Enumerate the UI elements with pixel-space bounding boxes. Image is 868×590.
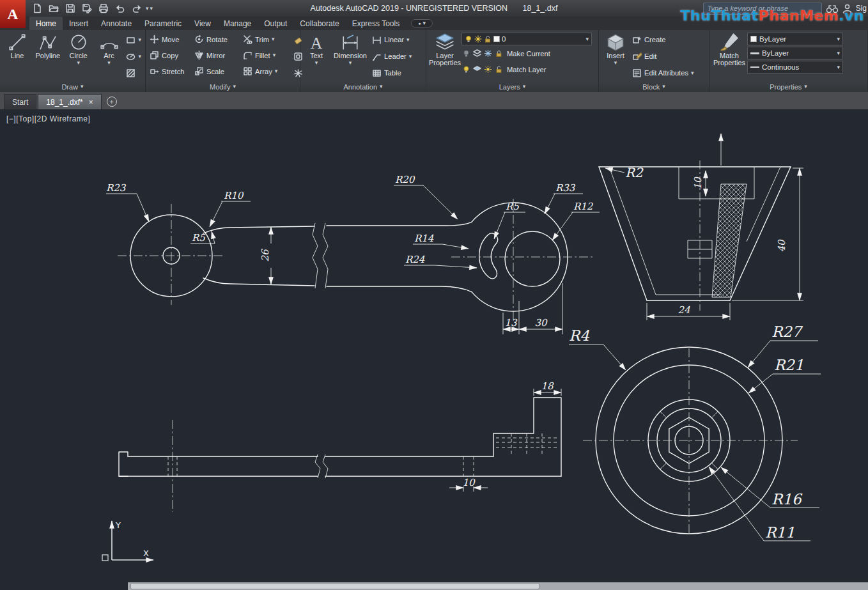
layer-isolate-button[interactable] bbox=[472, 49, 481, 58]
text-label: Text bbox=[310, 52, 323, 59]
help-search-input[interactable] bbox=[703, 3, 822, 15]
linetype-select[interactable]: Continuous ▾ bbox=[747, 61, 843, 74]
mirror-button[interactable]: Mirror bbox=[192, 47, 241, 63]
close-tab-icon[interactable]: × bbox=[89, 98, 93, 107]
draw-footer-caret: ▾ bbox=[81, 84, 84, 89]
dimension-button[interactable]: Dimension ▾ bbox=[330, 31, 370, 81]
ribbon-tab-view[interactable]: View bbox=[188, 17, 217, 30]
svg-text:A: A bbox=[311, 34, 323, 52]
layer-select[interactable]: 0 ▾ bbox=[461, 33, 592, 45]
circle-caret: ▾ bbox=[77, 60, 80, 66]
layer-row-2: Match Layer bbox=[461, 61, 596, 77]
text-button[interactable]: A Text ▾ bbox=[302, 31, 330, 81]
create-block-button[interactable]: Create bbox=[630, 32, 696, 48]
save-as-button[interactable] bbox=[79, 2, 95, 15]
line-button[interactable]: Line bbox=[2, 31, 33, 81]
copy-button[interactable]: Copy bbox=[148, 47, 192, 63]
arc-button[interactable]: Arc ▾ bbox=[94, 31, 125, 81]
qat-customize-caret[interactable]: ▾ bbox=[150, 6, 153, 12]
modify-footer-caret: ▾ bbox=[233, 84, 236, 89]
lineweight-select[interactable]: ByLayer ▾ bbox=[747, 47, 843, 59]
draw-panel-footer[interactable]: Draw ▾ bbox=[0, 81, 145, 92]
search-binoculars-icon[interactable] bbox=[826, 4, 839, 13]
redo-caret[interactable]: ▾ bbox=[146, 6, 149, 12]
block-panel-footer[interactable]: Block ▾ bbox=[599, 81, 709, 92]
polyline-button[interactable]: Polyline bbox=[33, 31, 63, 81]
ribbon-display-toggle[interactable]: ● ▾ bbox=[411, 19, 433, 27]
drawing-area[interactable]: [−][Top][2D Wireframe] bbox=[0, 109, 868, 582]
move-button[interactable]: Move bbox=[148, 31, 192, 47]
fillet-button[interactable]: Fillet ▾ bbox=[241, 47, 291, 63]
viewport-controls[interactable]: [−][Top][2D Wireframe] bbox=[6, 114, 90, 123]
dim-label-r24: R24 bbox=[405, 254, 425, 265]
circle-button[interactable]: Circle ▾ bbox=[63, 31, 94, 81]
annotation-panel-footer[interactable]: Annotation ▾ bbox=[300, 81, 426, 92]
file-tab-start[interactable]: Start bbox=[4, 94, 36, 109]
leader-caret: ▾ bbox=[409, 54, 412, 59]
ribbon-tab-home[interactable]: Home bbox=[29, 17, 63, 30]
properties-panel-footer[interactable]: Properties ▾ bbox=[709, 81, 867, 92]
layer-unisolate-button[interactable] bbox=[472, 65, 481, 74]
block-footer-caret: ▾ bbox=[662, 84, 665, 89]
side-view-bar[interactable] bbox=[119, 389, 561, 512]
rectangle-icon bbox=[126, 35, 136, 45]
dim-label-r16: R16 bbox=[771, 491, 803, 508]
edit-attributes-label: Edit Attributes bbox=[644, 69, 688, 77]
insert-button[interactable]: Insert ▾ bbox=[601, 31, 630, 81]
array-button[interactable]: Array ▾ bbox=[241, 63, 291, 79]
plot-button[interactable] bbox=[96, 2, 111, 15]
ellipse-button[interactable]: ▾ bbox=[124, 49, 143, 65]
ribbon-tab-parametric[interactable]: Parametric bbox=[138, 17, 188, 30]
hatch-button[interactable] bbox=[124, 65, 143, 81]
signin-label[interactable]: Sig bbox=[856, 4, 867, 13]
object-color-swatch bbox=[750, 36, 757, 42]
open-file-button[interactable] bbox=[46, 2, 61, 15]
linear-button[interactable]: Linear ▾ bbox=[370, 32, 414, 48]
ucs-icon[interactable]: Y X bbox=[102, 520, 153, 561]
scale-button[interactable]: Scale bbox=[192, 63, 241, 79]
text-tool-icon: A bbox=[307, 33, 326, 52]
layer-freeze-button[interactable] bbox=[483, 49, 492, 58]
edit-attributes-button[interactable]: Edit Attributes ▾ bbox=[630, 65, 696, 81]
layer-lock-button[interactable] bbox=[494, 49, 503, 58]
make-current-button[interactable]: Make Current bbox=[505, 49, 552, 59]
ribbon-tab-output[interactable]: Output bbox=[258, 17, 293, 30]
front-view-wrench[interactable] bbox=[106, 185, 600, 334]
ribbon-tab-collaborate[interactable]: Collaborate bbox=[293, 17, 345, 30]
layer-on-button[interactable] bbox=[461, 65, 470, 74]
table-button[interactable]: Table bbox=[370, 65, 414, 81]
match-properties-button[interactable]: Match Properties bbox=[711, 31, 747, 81]
rotate-button[interactable]: Rotate bbox=[192, 31, 241, 47]
undo-button[interactable] bbox=[112, 2, 128, 15]
trim-button[interactable]: Trim ▾ bbox=[241, 31, 291, 47]
ribbon-tab-annotate[interactable]: Annotate bbox=[95, 17, 138, 30]
layer-thaw-button[interactable] bbox=[483, 65, 492, 74]
layer-unlock-button[interactable] bbox=[494, 65, 503, 74]
horizontal-scrollbar[interactable] bbox=[128, 582, 868, 590]
redo-button[interactable] bbox=[129, 2, 144, 15]
ribbon-tab-express-tools[interactable]: Express Tools bbox=[346, 17, 406, 30]
rectangle-button[interactable]: ▾ bbox=[124, 32, 143, 48]
save-button[interactable] bbox=[63, 2, 78, 15]
layer-properties-button[interactable]: Layer Properties bbox=[428, 31, 461, 81]
redo-icon bbox=[132, 3, 142, 13]
horizontal-scrollbar-thumb[interactable] bbox=[130, 583, 539, 589]
match-layer-button[interactable]: Match Layer bbox=[505, 65, 548, 75]
stretch-button[interactable]: Stretch bbox=[148, 63, 192, 79]
modify-panel-footer[interactable]: Modify ▾ bbox=[146, 81, 300, 92]
edit-block-button[interactable]: Edit bbox=[630, 49, 696, 65]
layers-panel-footer[interactable]: Layers ▾ bbox=[426, 81, 598, 92]
ribbon-tab-insert[interactable]: Insert bbox=[63, 17, 95, 30]
new-file-button[interactable] bbox=[29, 2, 45, 15]
file-tab-document[interactable]: 18_1_.dxf* × bbox=[38, 94, 101, 109]
layer-off-button[interactable] bbox=[461, 49, 470, 58]
new-tab-button[interactable]: + bbox=[107, 97, 117, 107]
drawing-svg[interactable]: R23 R10 R5 26 R20 R33 R5 R12 R14 R24 13 … bbox=[0, 109, 868, 582]
leader-button[interactable]: Leader ▾ bbox=[370, 49, 414, 65]
ribbon-tab-manage[interactable]: Manage bbox=[217, 17, 258, 30]
object-color-select[interactable]: ByLayer ▾ bbox=[747, 33, 843, 45]
application-menu-button[interactable]: A bbox=[0, 0, 26, 28]
section-view-funnel[interactable] bbox=[599, 134, 803, 320]
table-icon bbox=[372, 68, 382, 78]
signin-avatar-icon[interactable] bbox=[842, 4, 852, 13]
